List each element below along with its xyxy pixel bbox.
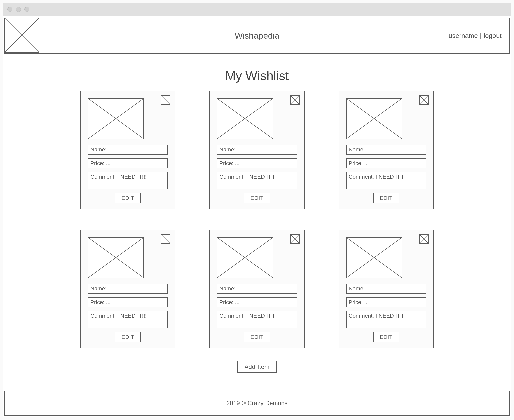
footer-copyright: 2019 © Crazy Demons <box>226 400 287 406</box>
edit-item-button[interactable]: EDIT <box>115 193 141 203</box>
username-link[interactable]: username <box>449 32 478 40</box>
item-price-field: Price: ... <box>217 158 297 169</box>
main-content: My Wishlist Name: ....Price: ...Comment:… <box>3 54 511 391</box>
logo-placeholder-icon <box>4 18 39 53</box>
window-zoom-dot[interactable] <box>24 7 29 12</box>
item-price-field: Price: ... <box>346 158 426 169</box>
wishlist-card: Name: ....Price: ...Comment: I NEED IT!!… <box>80 230 175 348</box>
user-links-separator: | <box>479 32 482 40</box>
item-price-field: Price: ... <box>346 297 426 308</box>
remove-item-icon[interactable] <box>161 95 170 105</box>
edit-item-button[interactable]: EDIT <box>373 332 399 342</box>
window-titlebar <box>3 3 511 16</box>
remove-item-icon[interactable] <box>290 234 300 244</box>
remove-item-icon[interactable] <box>290 95 300 105</box>
edit-item-button[interactable]: EDIT <box>115 332 141 342</box>
item-comment-field: Comment: I NEED IT!!! <box>217 311 297 328</box>
site-header: Wishapedia username | logout <box>4 18 510 54</box>
remove-item-icon[interactable] <box>419 234 429 244</box>
app-window: Wishapedia username | logout My Wishlist… <box>3 3 511 417</box>
item-price-field: Price: ... <box>88 297 168 308</box>
edit-item-button[interactable]: EDIT <box>244 332 270 342</box>
item-image-placeholder-icon <box>88 237 144 278</box>
item-name-field: Name: .... <box>346 284 426 294</box>
item-name-field: Name: .... <box>346 145 426 155</box>
window-minimize-dot[interactable] <box>16 7 21 12</box>
item-price-field: Price: ... <box>88 158 168 169</box>
window-close-dot[interactable] <box>7 7 12 12</box>
item-comment-field: Comment: I NEED IT!!! <box>346 311 426 328</box>
logout-link[interactable]: logout <box>484 32 502 40</box>
wishlist-card: Name: ....Price: ...Comment: I NEED IT!!… <box>209 91 305 209</box>
wishlist-card: Name: ....Price: ...Comment: I NEED IT!!… <box>209 230 305 348</box>
remove-item-icon[interactable] <box>161 234 170 244</box>
item-comment-field: Comment: I NEED IT!!! <box>217 172 297 189</box>
user-links: username | logout <box>449 32 502 40</box>
wishlist-card: Name: ....Price: ...Comment: I NEED IT!!… <box>80 91 175 209</box>
item-comment-field: Comment: I NEED IT!!! <box>88 311 168 328</box>
item-name-field: Name: .... <box>217 145 297 155</box>
site-title: Wishapedia <box>5 31 509 41</box>
add-item-button[interactable]: Add Item <box>237 361 276 373</box>
item-price-field: Price: ... <box>217 297 297 308</box>
remove-item-icon[interactable] <box>419 95 429 105</box>
item-image-placeholder-icon <box>346 237 402 278</box>
edit-item-button[interactable]: EDIT <box>373 193 399 203</box>
edit-item-button[interactable]: EDIT <box>244 193 270 203</box>
item-image-placeholder-icon <box>217 237 273 278</box>
item-image-placeholder-icon <box>346 98 402 139</box>
item-name-field: Name: .... <box>88 284 168 294</box>
item-comment-field: Comment: I NEED IT!!! <box>88 172 168 189</box>
item-name-field: Name: .... <box>217 284 297 294</box>
wishlist-card: Name: ....Price: ...Comment: I NEED IT!!… <box>339 230 434 348</box>
wishlist-card: Name: ....Price: ...Comment: I NEED IT!!… <box>339 91 434 209</box>
wishlist-grid: Name: ....Price: ...Comment: I NEED IT!!… <box>3 91 511 348</box>
page-title: My Wishlist <box>3 69 511 83</box>
site-footer: 2019 © Crazy Demons <box>4 391 510 416</box>
item-image-placeholder-icon <box>88 98 144 139</box>
item-name-field: Name: .... <box>88 145 168 155</box>
item-image-placeholder-icon <box>217 98 273 139</box>
item-comment-field: Comment: I NEED IT!!! <box>346 172 426 189</box>
